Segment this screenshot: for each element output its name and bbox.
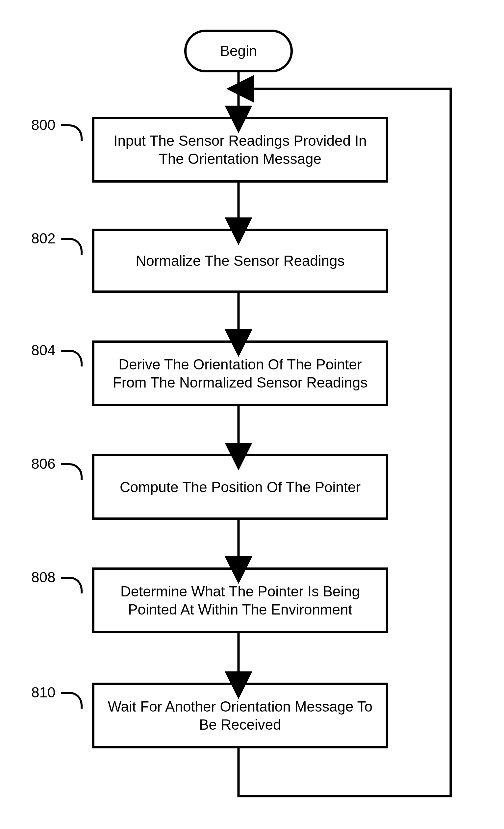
process-802: Normalize The Sensor Readings bbox=[92, 229, 388, 293]
label-810: 810 bbox=[31, 684, 55, 701]
process-804-text: Derive The Orientation Of The Pointer Fr… bbox=[108, 355, 373, 392]
label-tail-icon bbox=[61, 124, 82, 141]
label-tail-icon bbox=[61, 238, 82, 255]
label-tail-icon bbox=[61, 350, 82, 366]
label-tail-icon bbox=[61, 692, 82, 709]
process-806: Compute The Position Of The Pointer bbox=[92, 454, 388, 520]
label-tail-icon bbox=[61, 463, 82, 480]
terminator-begin-text: Begin bbox=[220, 43, 257, 59]
process-808: Determine What The Pointer Is Being Poin… bbox=[92, 568, 388, 633]
process-802-text: Normalize The Sensor Readings bbox=[136, 252, 345, 270]
process-810: Wait For Another Orientation Message To … bbox=[92, 683, 388, 748]
process-806-text: Compute The Position Of The Pointer bbox=[120, 478, 361, 496]
label-808: 808 bbox=[31, 569, 55, 585]
label-800: 800 bbox=[31, 117, 55, 133]
process-808-text: Determine What The Pointer Is Being Poin… bbox=[108, 582, 373, 618]
label-804: 804 bbox=[31, 342, 55, 359]
label-806: 806 bbox=[31, 456, 55, 472]
terminator-begin: Begin bbox=[184, 30, 293, 72]
process-804: Derive The Orientation Of The Pointer Fr… bbox=[92, 340, 388, 406]
process-810-text: Wait For Another Orientation Message To … bbox=[108, 697, 373, 733]
process-800: Input The Sensor Readings Provided In Th… bbox=[92, 117, 388, 183]
process-800-text: Input The Sensor Readings Provided In Th… bbox=[108, 132, 373, 168]
label-tail-icon bbox=[61, 577, 82, 593]
label-802: 802 bbox=[31, 230, 55, 247]
flowchart-canvas: Begin Input The Sensor Readings Provided… bbox=[0, 0, 504, 829]
